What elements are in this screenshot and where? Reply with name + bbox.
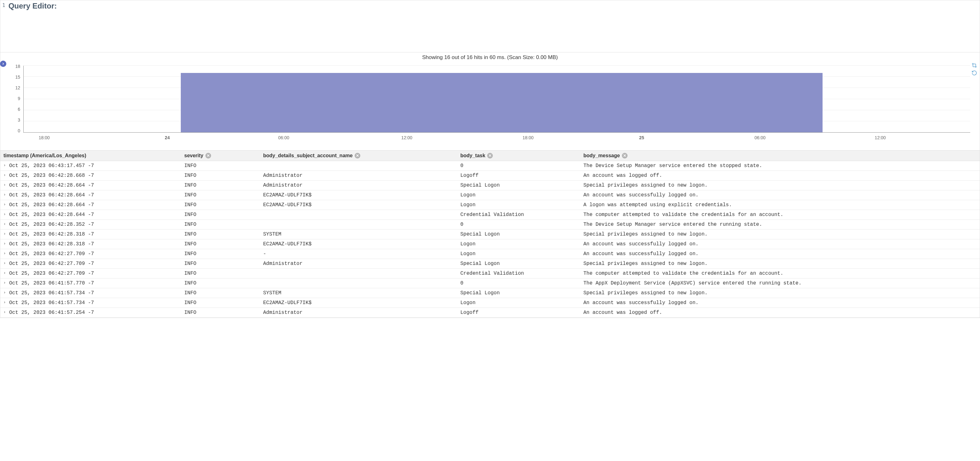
table-row[interactable]: ›Oct 25, 2023 06:42:27.709 -7INFOCredent… [0,269,980,279]
cell-severity: INFO [182,171,261,180]
main-container: 1 Query Editor: Showing 16 out of 16 hit… [0,0,980,318]
cell-task: Logon [458,239,581,249]
expand-row-icon[interactable]: › [3,193,6,197]
column-header-severity[interactable]: severity ✕ [182,151,261,161]
table-row[interactable]: ›Oct 25, 2023 06:41:57.770 -7INFO0The Ap… [0,279,980,288]
x-tick-label: 24 [165,135,170,140]
x-tick-label: 25 [639,135,644,140]
expand-row-icon[interactable]: › [3,300,6,305]
remove-column-icon[interactable]: ✕ [205,153,211,158]
expand-row-icon[interactable]: › [3,310,6,314]
cell-task: Logon [458,249,581,258]
cell-message: The Device Setup Manager service entered… [581,161,980,171]
x-tick-label: 12:00 [401,135,412,140]
crop-icon[interactable] [972,62,977,68]
cell-timestamp: ›Oct 25, 2023 06:41:57.734 -7 [0,288,182,298]
table-row[interactable]: ›Oct 25, 2023 06:42:28.318 -7INFOEC2AMAZ… [0,239,980,249]
cell-message: The computer attempted to validate the c… [581,269,980,278]
remove-column-icon[interactable]: ✕ [487,153,493,158]
cell-task: Logoff [458,171,581,180]
table-row[interactable]: ›Oct 25, 2023 06:42:28.352 -7INFO0The De… [0,220,980,230]
cell-message: Special privileges assigned to new logon… [581,259,980,268]
cell-account-name: Administrator [261,259,458,268]
expand-row-icon[interactable]: › [3,183,6,187]
expand-row-icon[interactable]: › [3,203,6,207]
table-row[interactable]: ›Oct 25, 2023 06:41:57.734 -7INFOEC2AMAZ… [0,298,980,308]
expand-row-icon[interactable]: › [3,251,6,256]
y-tick-label: 0 [11,128,20,133]
histogram-bar[interactable] [181,73,822,132]
table-row[interactable]: ›Oct 25, 2023 06:43:17.457 -7INFO0The De… [0,161,980,171]
table-header: timestamp (America/Los_Angeles) severity… [0,150,980,161]
table-row[interactable]: ›Oct 25, 2023 06:42:27.709 -7INFO-LogonA… [0,249,980,259]
expand-row-icon[interactable]: › [3,212,6,217]
chart-y-axis: 1815129630 [11,64,22,133]
column-header-account-name[interactable]: body_details_subject_account_name ✕ [261,151,458,161]
remove-column-icon[interactable]: ✕ [622,153,628,158]
table-row[interactable]: ›Oct 25, 2023 06:41:57.734 -7INFOSYSTEMS… [0,288,980,298]
histogram-chart[interactable]: 1815129630 18:002406:0012:0018:002506:00… [0,62,980,150]
expand-row-icon[interactable]: › [3,163,6,167]
column-header-message[interactable]: body_message ✕ [581,151,980,161]
table-row[interactable]: ›Oct 25, 2023 06:42:28.664 -7INFOEC2AMAZ… [0,200,980,210]
cell-task: Special Logon [458,288,581,298]
cell-severity: INFO [182,230,261,239]
cell-account-name: SYSTEM [261,230,458,239]
cell-message: An account was successfully logged on. [581,239,980,249]
y-tick-label: 9 [11,96,20,101]
expand-row-icon[interactable]: › [3,232,6,236]
cell-account-name: - [261,249,458,258]
table-row[interactable]: ›Oct 25, 2023 06:42:28.668 -7INFOAdminis… [0,171,980,180]
y-tick-label: 3 [11,118,20,123]
y-tick-label: 18 [11,64,20,69]
expand-row-icon[interactable]: › [3,242,6,246]
chart-plot-area[interactable] [23,66,970,132]
cell-severity: INFO [182,161,261,171]
x-tick-label: 18:00 [38,135,49,140]
column-header-task[interactable]: body_task ✕ [458,151,581,161]
cell-severity: INFO [182,180,261,190]
cell-severity: INFO [182,200,261,210]
cell-account-name [261,220,458,229]
cell-message: An account was successfully logged on. [581,190,980,200]
expand-row-icon[interactable]: › [3,222,6,227]
table-row[interactable]: ›Oct 25, 2023 06:41:57.254 -7INFOAdminis… [0,308,980,317]
expand-row-icon[interactable]: › [3,173,6,177]
expand-row-icon[interactable]: › [3,281,6,285]
column-header-timestamp[interactable]: timestamp (America/Los_Angeles) [0,151,182,161]
y-tick-label: 6 [11,107,20,112]
table-row[interactable]: ›Oct 25, 2023 06:42:28.318 -7INFOSYSTEMS… [0,230,980,239]
cell-severity: INFO [182,259,261,268]
cell-severity: INFO [182,269,261,278]
expand-row-icon[interactable]: › [3,271,6,275]
cell-severity: INFO [182,249,261,258]
expand-toggle-button[interactable] [0,61,6,67]
chevron-right-icon [1,62,5,66]
cell-task: Logon [458,190,581,200]
cell-task: Special Logon [458,180,581,190]
table-row[interactable]: ›Oct 25, 2023 06:42:28.664 -7INFOEC2AMAZ… [0,190,980,200]
table-row[interactable]: ›Oct 25, 2023 06:42:28.664 -7INFOAdminis… [0,180,980,190]
cell-task: Credential Validation [458,269,581,278]
cell-message: The computer attempted to validate the c… [581,210,980,219]
cell-timestamp: ›Oct 25, 2023 06:41:57.770 -7 [0,279,182,288]
cell-task: Special Logon [458,230,581,239]
x-tick-label: 06:00 [754,135,765,140]
cell-timestamp: ›Oct 25, 2023 06:42:28.668 -7 [0,171,182,180]
table-row[interactable]: ›Oct 25, 2023 06:42:28.644 -7INFOCredent… [0,210,980,220]
cell-timestamp: ›Oct 25, 2023 06:42:28.318 -7 [0,230,182,239]
cell-message: Special privileges assigned to new logon… [581,180,980,190]
cell-timestamp: ›Oct 25, 2023 06:42:28.664 -7 [0,200,182,210]
cell-timestamp: ›Oct 25, 2023 06:42:27.709 -7 [0,249,182,258]
x-tick-label: 18:00 [522,135,533,140]
table-body: ›Oct 25, 2023 06:43:17.457 -7INFO0The De… [0,161,980,317]
reset-icon[interactable] [972,70,977,76]
table-row[interactable]: ›Oct 25, 2023 06:42:27.709 -7INFOAdminis… [0,259,980,269]
expand-row-icon[interactable]: › [3,290,6,295]
query-editor[interactable]: 1 Query Editor: [0,0,980,53]
y-tick-label: 15 [11,75,20,80]
expand-row-icon[interactable]: › [3,261,6,266]
x-tick-label: 12:00 [875,135,886,140]
y-tick-label: 12 [11,85,20,90]
remove-column-icon[interactable]: ✕ [355,153,360,158]
